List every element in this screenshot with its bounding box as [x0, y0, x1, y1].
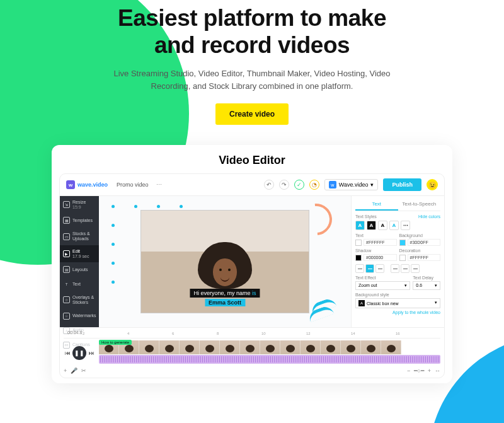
text-effect-label: Text Effect: [355, 275, 410, 280]
clip-thumbnail[interactable]: [341, 340, 361, 354]
timeline-video-track[interactable]: How to generate: [99, 341, 440, 354]
history-clock-icon[interactable]: ◔: [309, 180, 319, 190]
sidebar-item-overlays[interactable]: ☆Overlays & Stickers: [60, 291, 99, 308]
skip-prev-button[interactable]: ⏮: [64, 349, 71, 357]
properties-panel: Text Text-to-Speech Text Styles Hide col…: [351, 196, 444, 327]
timeline: 00:04.8 2 4 6 8 10 12 14 16 ⏮ ❚❚ ⏭ How t…: [60, 327, 444, 378]
bg-color-swatch[interactable]: [399, 240, 406, 246]
text-delay-select[interactable]: 0.6▾: [413, 281, 440, 290]
valign-bottom-button[interactable]: [411, 264, 420, 273]
tab-text-to-speech[interactable]: Text-to-Speech: [398, 199, 441, 211]
text-color-swatch[interactable]: [355, 240, 362, 246]
zoom-in-button[interactable]: +: [428, 368, 431, 374]
workspace-selector[interactable]: w Wave.video ▾: [324, 179, 379, 190]
project-name[interactable]: Promo video: [117, 182, 149, 188]
sidebar-item-label: Templates: [72, 218, 93, 223]
add-track-button[interactable]: +: [64, 368, 67, 374]
mic-icon[interactable]: 🎤: [71, 368, 77, 374]
tab-text[interactable]: Text: [355, 199, 398, 211]
layouts-icon: ▤: [63, 266, 70, 273]
align-left-button[interactable]: [355, 264, 364, 273]
skip-next-button[interactable]: ⏭: [88, 349, 95, 357]
deco-dot: [112, 224, 115, 227]
clip-thumbnail[interactable]: [381, 340, 401, 354]
bg-color-hex[interactable]: #30D0FF: [408, 239, 441, 246]
text-style-option[interactable]: A: [355, 221, 365, 230]
sidebar-item-layouts[interactable]: ▤Layouts: [60, 262, 99, 277]
shadow-color-swatch[interactable]: [355, 255, 362, 261]
sidebar-item-resize[interactable]: ⇲Resize15:9: [60, 196, 99, 213]
timeline-timecode: 00:04.8: [67, 330, 82, 335]
text-styles-label: Text Styles: [355, 214, 377, 219]
workspace-icon: w: [329, 181, 336, 188]
editor-canvas[interactable]: Hi everyone, my name is Emma Scott: [99, 196, 351, 327]
sidebar-item-label: Text: [72, 282, 81, 287]
editor-shell: w wave.video Promo video ⋯ ↶ ↷ ✓ ◔ w Wav…: [59, 173, 445, 378]
text-style-more[interactable]: ⋯: [401, 221, 410, 230]
redo-icon[interactable]: ↷: [279, 180, 289, 190]
deco-dot: [112, 262, 115, 265]
workspace-name: Wave.video: [339, 182, 369, 188]
clip-thumbnail[interactable]: [260, 340, 280, 354]
clip-thumbnail[interactable]: [361, 340, 381, 354]
text-effect-select[interactable]: Zoom out▾: [355, 281, 410, 290]
resize-icon: ⇲: [63, 201, 70, 208]
text-icon: T: [63, 281, 70, 287]
sidebar-item-watermarks[interactable]: ○Watermarks: [60, 309, 99, 323]
emoji-wink-icon[interactable]: 😉: [427, 179, 438, 190]
hero-title-line2: and record videos: [154, 32, 350, 58]
cut-icon[interactable]: ✂: [81, 368, 86, 374]
text-style-option[interactable]: A: [367, 221, 376, 230]
project-menu-icon[interactable]: ⋯: [156, 182, 162, 188]
clip-thumbnail[interactable]: [220, 340, 240, 354]
deco-dot: [134, 205, 137, 208]
clip-thumbnail[interactable]: [200, 340, 220, 354]
align-right-button[interactable]: [375, 264, 384, 273]
editor-topbar: w wave.video Promo video ⋯ ↶ ↷ ✓ ◔ w Wav…: [60, 174, 444, 196]
publish-button[interactable]: Publish: [383, 178, 421, 191]
shadow-color-hex[interactable]: #000000: [364, 254, 397, 261]
clip-thumbnail[interactable]: [321, 340, 341, 354]
sidebar-item-label: Layouts: [72, 267, 88, 272]
deco-color-hex[interactable]: #FFFFFF: [408, 254, 441, 261]
hero-subtitle: Live Streaming Studio, Video Editor, Thu…: [101, 67, 403, 92]
pause-button[interactable]: ❚❚: [72, 346, 86, 360]
deco-color-swatch[interactable]: [399, 255, 406, 261]
video-subtitle[interactable]: Hi everyone, my name is Emma Scott: [190, 289, 260, 306]
bg-style-select[interactable]: AClassic box new▾: [355, 298, 440, 308]
hide-colors-link[interactable]: Hide colors: [418, 214, 440, 219]
sidebar-item-templates[interactable]: ▦Templates: [60, 213, 99, 228]
sidebar-item-stocks[interactable]: ▭Stocks & Uploads: [60, 228, 99, 245]
timeline-ruler[interactable]: 00:04.8 2 4 6 8 10 12 14 16: [64, 330, 440, 339]
clip-thumbnail[interactable]: [159, 340, 180, 354]
text-style-option[interactable]: A: [378, 221, 387, 230]
zoom-out-button[interactable]: −: [407, 368, 410, 374]
clip-thumbnail[interactable]: [280, 340, 301, 354]
sidebar-item-edit[interactable]: ▶Edit17.9 sec: [60, 245, 99, 262]
text-color-hex[interactable]: #FFFFFF: [364, 239, 397, 246]
zoom-slider[interactable]: ━○━: [414, 368, 423, 374]
clip-thumbnail[interactable]: [301, 340, 321, 354]
hero-title-line1: Easiest platform to make: [118, 5, 386, 31]
sidebar-item-label: Resize: [72, 200, 86, 204]
create-video-button[interactable]: Create video: [215, 103, 289, 125]
undo-icon[interactable]: ↶: [264, 180, 274, 190]
fit-width-button[interactable]: ↔: [435, 368, 440, 374]
clip-thumbnail[interactable]: [180, 340, 200, 354]
sidebar-item-label: Stocks & Uploads: [72, 231, 96, 241]
video-frame[interactable]: Hi everyone, my name is Emma Scott: [140, 210, 309, 313]
align-center-button[interactable]: [365, 264, 374, 273]
valign-top-button[interactable]: [391, 264, 399, 273]
timeline-audio-track[interactable]: [99, 355, 440, 364]
app-logo[interactable]: w wave.video: [66, 180, 108, 189]
shadow-color-label: Shadow: [355, 248, 397, 253]
clip-thumbnail[interactable]: [240, 340, 260, 354]
apply-all-link[interactable]: Apply to the whole video: [355, 310, 440, 315]
bg-style-label: Background style: [355, 293, 440, 297]
sidebar-item-label: Watermarks: [72, 313, 96, 318]
chevron-down-icon: ▾: [435, 283, 437, 288]
sidebar-item-text[interactable]: TText: [60, 277, 99, 291]
text-style-option[interactable]: A: [389, 221, 399, 230]
valign-middle-button[interactable]: [401, 264, 410, 273]
clip-thumbnail[interactable]: [139, 340, 159, 354]
